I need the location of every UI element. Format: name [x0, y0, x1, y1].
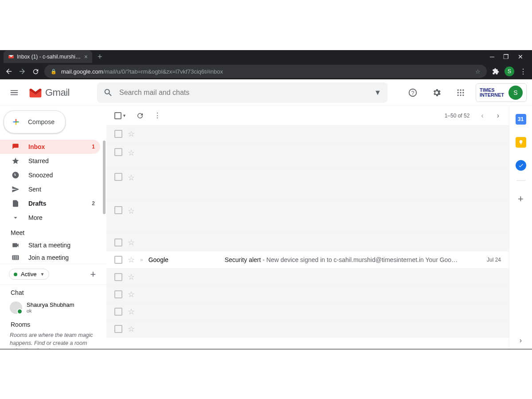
bookmark-star-icon[interactable]: ☆ — [475, 68, 481, 75]
nav-reload-icon[interactable] — [31, 68, 40, 75]
sidebar: Compose Inbox1StarredSnoozedSentDrafts2M… — [0, 106, 106, 349]
importance-marker-icon[interactable]: » — [140, 257, 143, 263]
mail-row[interactable]: ☆ — [106, 303, 509, 321]
rooms-section-label: Rooms — [0, 317, 106, 331]
star-icon[interactable]: ☆ — [128, 255, 135, 265]
star-icon[interactable]: ☆ — [128, 173, 135, 183]
mail-row[interactable]: ☆»GoogleSecurity alert - New device sign… — [106, 251, 509, 269]
nav-icon — [12, 214, 20, 222]
chrome-menu-icon[interactable]: ⋮ — [519, 67, 528, 76]
contact-name: Shaurya Shubham — [27, 301, 74, 308]
search-input[interactable] — [119, 89, 368, 97]
more-actions-icon[interactable]: ⋮ — [154, 111, 161, 120]
mail-checkbox[interactable] — [114, 239, 122, 246]
search-options-icon[interactable]: ▼ — [374, 89, 381, 97]
keep-addon-icon[interactable] — [516, 137, 526, 148]
mail-list: ☆☆☆☆☆☆»GoogleSecurity alert - New device… — [106, 125, 509, 338]
google-apps-icon[interactable] — [452, 84, 469, 102]
compose-label: Compose — [28, 118, 55, 125]
window-maximize-icon[interactable]: ❐ — [503, 53, 509, 60]
star-icon[interactable]: ☆ — [128, 289, 135, 299]
mail-checkbox[interactable] — [114, 256, 122, 264]
mail-row[interactable]: ☆ — [106, 125, 509, 143]
mail-row[interactable]: ☆ — [106, 234, 509, 251]
star-icon[interactable]: ☆ — [128, 307, 135, 317]
new-tab-button[interactable]: + — [98, 52, 102, 62]
main-menu-icon[interactable] — [5, 84, 23, 102]
profile-avatar-chrome[interactable]: S — [505, 66, 514, 76]
mail-checkbox[interactable] — [114, 130, 122, 138]
nav-sent[interactable]: Sent — [0, 182, 100, 196]
page-bottom-margin — [0, 349, 532, 399]
browser-tab[interactable]: Inbox (1) - c-sahil.murshid@time × — [4, 51, 92, 63]
mail-row[interactable]: ☆ — [106, 269, 509, 286]
mail-checkbox[interactable] — [114, 308, 122, 316]
url-field[interactable]: 🔒 mail.google.com/mail/u/0/?tab=rm&ogbl&… — [44, 65, 487, 78]
pagination-info: 1–50 of 52 — [445, 113, 470, 119]
gmail-logo[interactable]: Gmail — [28, 87, 70, 98]
mail-checkbox[interactable] — [114, 173, 122, 181]
page-top-margin — [0, 0, 532, 50]
address-bar: 🔒 mail.google.com/mail/u/0/?tab=rm&ogbl&… — [0, 63, 532, 79]
mail-checkbox[interactable] — [114, 290, 122, 298]
compose-button[interactable]: Compose — [4, 110, 66, 133]
mail-row[interactable]: ☆ — [106, 321, 509, 338]
mail-row[interactable]: ☆ — [106, 143, 509, 168]
page-next-icon[interactable]: › — [495, 110, 501, 121]
calendar-addon-icon[interactable]: 31 — [516, 114, 526, 125]
support-icon[interactable]: ? — [404, 84, 422, 102]
mail-checkbox[interactable] — [114, 148, 122, 156]
star-icon[interactable]: ☆ — [128, 238, 135, 247]
window-minimize-icon[interactable]: ─ — [490, 53, 494, 60]
mail-checkbox[interactable] — [114, 325, 122, 333]
sidebar-scrollbar[interactable] — [103, 141, 106, 214]
nav-inbox[interactable]: Inbox1 — [0, 140, 100, 154]
page-prev-icon[interactable]: ‹ — [479, 110, 485, 121]
mail-sender: Google — [149, 256, 219, 263]
svg-point-7 — [462, 92, 464, 93]
star-icon[interactable]: ☆ — [128, 324, 135, 334]
nav-drafts[interactable]: Drafts2 — [0, 196, 100, 211]
nav-icon — [12, 200, 20, 207]
get-addons-icon[interactable]: + — [518, 193, 524, 205]
extensions-icon[interactable] — [491, 68, 500, 75]
chat-contact[interactable]: Shaurya Shubham ok — [0, 299, 106, 317]
refresh-icon[interactable] — [136, 112, 144, 120]
org-badge[interactable]: TIMES INTERNET S — [476, 83, 527, 102]
nav-more[interactable]: More — [0, 211, 100, 225]
side-panel-toggle-icon[interactable]: › — [520, 336, 522, 344]
window-close-icon[interactable]: ✕ — [518, 53, 523, 60]
chat-section-label: Chat — [0, 285, 106, 299]
new-chat-button[interactable]: + — [86, 267, 100, 282]
nav-forward-icon[interactable] — [18, 67, 27, 75]
search-box[interactable]: ▼ — [97, 82, 387, 103]
select-dropdown-icon[interactable]: ▼ — [122, 113, 126, 118]
start-meeting[interactable]: Start a meeting — [0, 239, 100, 251]
nav-starred[interactable]: Starred — [0, 154, 100, 168]
select-all-checkbox[interactable] — [114, 112, 121, 119]
account-avatar[interactable]: S — [509, 86, 523, 100]
join-meeting[interactable]: Join a meeting — [0, 251, 100, 264]
star-icon[interactable]: ☆ — [128, 148, 135, 158]
star-icon[interactable]: ☆ — [128, 206, 135, 216]
star-icon[interactable]: ☆ — [128, 272, 135, 282]
status-pill[interactable]: Active▼ — [9, 269, 49, 280]
svg-point-3 — [460, 89, 461, 90]
mail-checkbox[interactable] — [114, 206, 122, 214]
mail-row[interactable]: ☆ — [106, 201, 509, 234]
mail-row[interactable]: ☆ — [106, 286, 509, 303]
nav-back-icon[interactable] — [4, 67, 13, 75]
chevron-down-icon: ▼ — [40, 272, 44, 277]
nav-snoozed[interactable]: Snoozed — [0, 168, 100, 182]
addon-divider — [516, 180, 525, 181]
star-icon[interactable]: ☆ — [128, 129, 135, 139]
tasks-addon-icon[interactable] — [516, 160, 526, 171]
tab-close-icon[interactable]: × — [84, 53, 88, 60]
mail-row[interactable]: ☆ — [106, 168, 509, 201]
search-icon — [103, 88, 113, 98]
lock-icon: 🔒 — [51, 69, 57, 74]
mail-checkbox[interactable] — [114, 273, 122, 281]
settings-gear-icon[interactable] — [428, 84, 446, 102]
video-icon — [12, 241, 20, 249]
compose-plus-icon — [10, 116, 22, 128]
